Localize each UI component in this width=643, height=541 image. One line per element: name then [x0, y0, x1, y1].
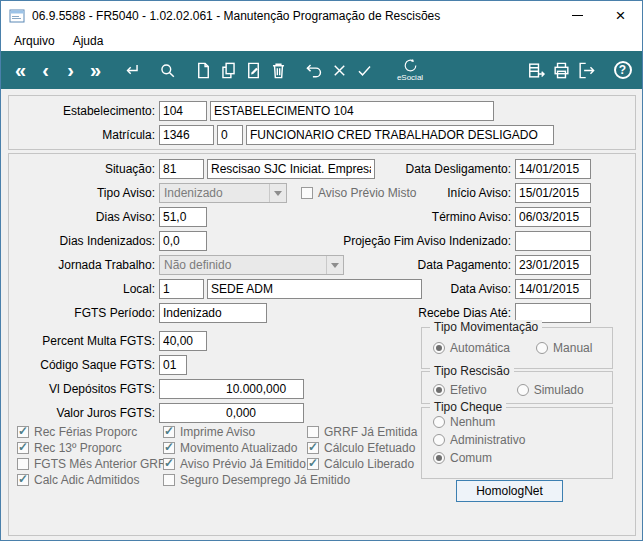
radio-icon — [433, 416, 445, 428]
prev-record-button[interactable] — [33, 55, 58, 85]
export-button[interactable] — [524, 55, 549, 85]
checkbox-icon — [17, 474, 29, 486]
checkbox-label: Seguro Desemprego Já Emitido — [180, 473, 350, 487]
data-aviso-input[interactable] — [515, 279, 591, 299]
tipo-movimentacao-title: Tipo Movimentação — [430, 320, 542, 334]
checkbox-icon — [17, 426, 29, 438]
percent-multa-input[interactable] — [159, 331, 207, 351]
printer-icon — [552, 61, 571, 80]
jornada-trabalho-combo[interactable]: Não definido — [159, 255, 344, 275]
radio-label: Simulado — [534, 383, 584, 397]
termino-aviso-input[interactable] — [515, 207, 591, 227]
first-record-button[interactable] — [8, 55, 33, 85]
checkbox-calculo-liberado[interactable]: Cálculo Liberado — [307, 457, 417, 470]
matricula-seq-input[interactable] — [217, 125, 243, 145]
inicio-aviso-label: Início Aviso: — [319, 183, 511, 203]
fgts-periodo-input[interactable] — [159, 303, 267, 323]
checkbox-icon — [307, 442, 319, 454]
cancel-icon — [330, 61, 349, 80]
checkbox-label: Rec Férias Proporc — [34, 425, 137, 439]
estabelecimento-code-input[interactable] — [159, 101, 207, 121]
goto-button[interactable] — [119, 55, 144, 85]
close-button[interactable] — [599, 1, 642, 30]
edit-button[interactable] — [241, 55, 266, 85]
menu-ajuda[interactable]: Ajuda — [64, 32, 113, 50]
checkbox-seguro-desemprego-ja-emitido[interactable]: Seguro Desemprego Já Emitido — [163, 473, 350, 486]
next-record-button[interactable] — [58, 55, 83, 85]
checkbox-label: Calc Adic Admitidos — [34, 473, 139, 487]
checkbox-rec-13-proporc[interactable]: Rec 13º Proporc — [17, 441, 174, 454]
print-button[interactable] — [549, 55, 574, 85]
tipo-movimentacao-radios: AutomáticaManual — [433, 341, 592, 354]
esocial-button[interactable]: eSocial — [388, 54, 432, 86]
radio-label: Efetivo — [450, 383, 487, 397]
radio-comum[interactable]: Comum — [433, 451, 525, 464]
search-icon — [158, 61, 177, 80]
checkbox-column-3: GRRF Já EmitidaCálculo EfetuadoCálculo L… — [307, 425, 417, 470]
projecao-fim-aviso-input[interactable] — [515, 231, 591, 251]
minimize-icon — [572, 15, 583, 16]
codigo-saque-input[interactable] — [159, 355, 187, 375]
checkbox-icon — [163, 442, 175, 454]
edit-document-icon — [244, 61, 263, 80]
delete-button[interactable] — [266, 55, 291, 85]
vl-depositos-input[interactable] — [159, 379, 304, 399]
dias-indenizados-input[interactable] — [159, 231, 207, 251]
exit-icon — [577, 61, 596, 80]
cancel-button[interactable] — [327, 55, 352, 85]
radio-icon — [433, 434, 445, 446]
check-icon — [355, 61, 374, 80]
radio-simulado[interactable]: Simulado — [517, 383, 584, 396]
local-code-input[interactable] — [159, 279, 204, 299]
radio-administrativo[interactable]: Administrativo — [433, 433, 525, 446]
matricula-code-input[interactable] — [159, 125, 214, 145]
inicio-aviso-input[interactable] — [515, 183, 591, 203]
checkbox-fgts-mes-anterior-grrf[interactable]: FGTS Mês Anterior GRRF — [17, 457, 174, 470]
checkbox-rec-ferias-proporc[interactable]: Rec Férias Proporc — [17, 425, 174, 438]
situacao-code-input[interactable] — [159, 159, 204, 179]
help-icon — [614, 61, 632, 79]
checkbox-grrf-ja-emitida[interactable]: GRRF Já Emitida — [307, 425, 417, 438]
search-button[interactable] — [155, 55, 180, 85]
checkbox-calculo-efetuado[interactable]: Cálculo Efetuado — [307, 441, 417, 454]
data-pagamento-input[interactable] — [515, 255, 591, 275]
data-desligamento-label: Data Desligamento: — [319, 159, 511, 179]
window-title: 06.9.5588 - FR5040 - 1.02.02.061 - Manut… — [32, 9, 556, 23]
copy-button[interactable] — [216, 55, 241, 85]
add-button[interactable] — [191, 55, 216, 85]
radio-label: Automática — [450, 341, 510, 355]
radio-label: Administrativo — [450, 433, 525, 447]
app-icon — [9, 8, 25, 24]
valor-juros-input[interactable] — [159, 403, 304, 423]
radio-efetivo[interactable]: Efetivo — [433, 383, 487, 396]
exit-button[interactable] — [574, 55, 599, 85]
dias-aviso-input[interactable] — [159, 207, 207, 227]
checkbox-icon — [307, 458, 319, 470]
radio-nenhum[interactable]: Nenhum — [433, 415, 525, 428]
radio-icon — [433, 342, 445, 354]
termino-aviso-label: Término Aviso: — [319, 207, 511, 227]
checkbox-calc-adic-admitidos[interactable]: Calc Adic Admitidos — [17, 473, 174, 486]
checkbox-label: Cálculo Liberado — [324, 457, 414, 471]
esocial-icon — [403, 58, 418, 73]
data-desligamento-input[interactable] — [515, 159, 591, 179]
tipo-aviso-combo[interactable]: Indenizado — [159, 183, 287, 203]
radio-label: Comum — [450, 451, 492, 465]
undo-button[interactable] — [302, 55, 327, 85]
matricula-label: Matrícula: — [5, 125, 155, 145]
radio-automatica[interactable]: Automática — [433, 341, 510, 354]
estabelecimento-name-input[interactable] — [210, 101, 494, 121]
homolognet-button[interactable]: HomologNet — [456, 480, 563, 502]
confirm-button[interactable] — [352, 55, 377, 85]
copy-icon — [219, 61, 238, 80]
minimize-button[interactable] — [556, 1, 599, 30]
radio-manual[interactable]: Manual — [536, 341, 592, 354]
checkbox-label: FGTS Mês Anterior GRRF — [34, 457, 174, 471]
chevron-down-icon — [269, 184, 286, 202]
last-record-button[interactable] — [83, 55, 108, 85]
radio-icon — [536, 342, 548, 354]
undo-icon — [305, 61, 324, 80]
menu-arquivo[interactable]: Arquivo — [5, 32, 64, 50]
help-button[interactable] — [610, 55, 635, 85]
matricula-name-input[interactable] — [246, 125, 554, 145]
